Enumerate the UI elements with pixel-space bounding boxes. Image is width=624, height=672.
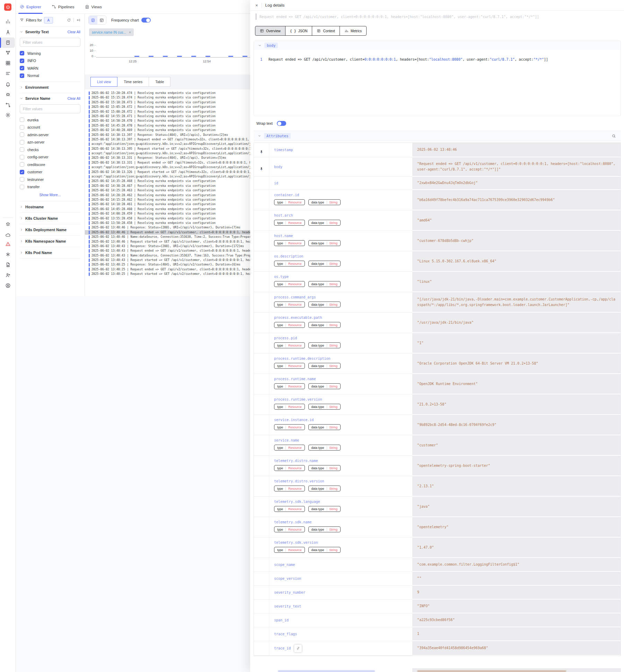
filter-option-Warning[interactable]: Warning — [20, 50, 80, 57]
sidebar-item-bar-chart-icon[interactable] — [0, 16, 16, 27]
collapse-panel-icon[interactable] — [76, 18, 80, 22]
log-row[interactable]: 2025-06-02 14:10:28.461 | Resolving eure… — [85, 202, 250, 207]
checkbox-unchecked[interactable] — [20, 177, 24, 182]
frequency-bar[interactable] — [177, 56, 182, 57]
filter-option-customer[interactable]: customer — [20, 168, 80, 176]
checkbox-checked[interactable] — [20, 73, 24, 78]
attribute-key[interactable]: service.name — [274, 438, 299, 442]
log-row[interactable]: 2025-06-02 13:48:43 | Request started =>… — [85, 258, 250, 262]
checkbox-unchecked[interactable] — [20, 185, 24, 189]
refresh-icon[interactable] — [67, 18, 71, 22]
filter-section-severity-text[interactable]: Severity TextClear All — [20, 27, 80, 37]
pin-column[interactable] — [254, 272, 269, 292]
log-row[interactable]: 2025-06-02 14:45:28.470 | Resolving eure… — [85, 123, 250, 128]
filter-option-config-server[interactable]: config-server — [20, 154, 80, 161]
close-icon[interactable]: × — [255, 3, 258, 8]
log-row[interactable]: 2025-06-02 13:48:25 | Response: Status={… — [85, 262, 250, 267]
view-tab-table[interactable]: Table — [149, 77, 170, 87]
log-row[interactable]: 2025-06-02 14:38:13.331 | Request ended … — [85, 160, 250, 165]
frequency-bar[interactable] — [228, 56, 233, 57]
sidebar-item-logs-icon[interactable] — [0, 37, 16, 48]
frequency-bar[interactable] — [134, 56, 139, 57]
log-row[interactable]: 2025-06-02 14:55:28.471 | Resolving eure… — [85, 114, 250, 119]
table-layout-button[interactable] — [97, 16, 106, 24]
attribute-key[interactable]: span_id — [274, 618, 289, 622]
log-row-selected[interactable]: 2025-06-02 13:48:46 | Request ended => G… — [85, 230, 250, 235]
pin-column[interactable] — [254, 627, 269, 641]
pin-icon[interactable] — [259, 162, 264, 176]
query-filter-chip[interactable]: service.name IN cus... × — [89, 28, 134, 36]
pin-column[interactable] — [254, 143, 269, 157]
log-row[interactable]: 2025-06-02 15:15:28.474 | Resolving eure… — [85, 95, 250, 100]
details-tab-metrics[interactable]: Metrics — [340, 26, 367, 36]
pin-column[interactable] — [254, 415, 269, 435]
filter-option-transfer[interactable]: transfer — [20, 183, 80, 191]
details-tab-overview[interactable]: Overview — [255, 26, 285, 36]
attribute-key[interactable]: scope_name — [274, 563, 295, 567]
pin-column[interactable] — [254, 476, 269, 496]
log-row[interactable]: 2025-06-02 14:30:28.467 | Resolving eure… — [85, 184, 250, 188]
details-search-bar[interactable]: Request ended => GET /api/v1/customer, c… — [250, 11, 624, 23]
checkbox-unchecked[interactable] — [20, 125, 24, 130]
log-row[interactable]: accept:"application/json;g=apidiscovery.… — [85, 165, 250, 169]
attribute-key[interactable]: telemetry.distro.name — [274, 459, 318, 463]
checkbox-unchecked[interactable] — [20, 162, 24, 167]
sidebar-item-invite-user-icon[interactable] — [0, 270, 16, 280]
sidebar-item-dashboards-icon[interactable] — [0, 58, 16, 68]
sidebar-item-settings-icon[interactable] — [0, 110, 16, 120]
pin-column[interactable] — [254, 558, 269, 571]
filter-option-WARN[interactable]: WARN — [20, 64, 80, 72]
filter-option-INFO[interactable]: INFO — [20, 57, 80, 65]
trace-link-button[interactable] — [294, 645, 302, 652]
checkbox-unchecked[interactable] — [20, 132, 24, 137]
attributes-section-header[interactable]: Attributes — [254, 131, 621, 141]
log-row[interactable]: 2025-06-02 15:20:28.474 | Resolving eure… — [85, 91, 250, 95]
details-tab-json[interactable]: { }JSON — [285, 26, 313, 36]
list-layout-button[interactable] — [89, 16, 97, 24]
sidebar-item-service-map-icon[interactable] — [0, 47, 16, 58]
sidebar-item-alerts-icon[interactable] — [0, 79, 16, 89]
checkbox-checked[interactable] — [20, 59, 24, 63]
attribute-key[interactable]: service.instance.id — [274, 418, 314, 422]
log-row[interactable]: 2025-06-02 14:40:28.469 | Resolving eure… — [85, 128, 250, 132]
filter-section-k8s-namespace-name[interactable]: K8s Namespace Name — [20, 236, 80, 247]
attribute-key[interactable]: process.pid — [274, 336, 297, 340]
body-section-header[interactable]: body — [254, 41, 621, 50]
log-row[interactable]: 2025-06-02 14:38:13.397 | Request ended … — [85, 137, 250, 142]
log-row[interactable]: 2025-06-02 13:48:46 | Response: Status={… — [85, 225, 250, 230]
pin-column[interactable] — [254, 456, 269, 476]
attribute-key[interactable]: id — [274, 181, 278, 185]
frequency-bar[interactable] — [149, 56, 153, 57]
log-row[interactable]: 2025-06-02 13:48:43 | Name:dataSource, C… — [85, 253, 250, 258]
frequency-bar[interactable] — [191, 56, 196, 57]
sidebar-item-layers-icon[interactable] — [0, 219, 16, 230]
pin-column[interactable] — [254, 394, 269, 414]
pin-icon[interactable] — [259, 147, 264, 157]
filter-section-k8s-deployment-name[interactable]: K8s Deployment Name — [20, 224, 80, 236]
attribute-key[interactable]: process.executable.path — [274, 316, 322, 320]
filter-option-account[interactable]: account — [20, 124, 80, 131]
log-row[interactable]: 2025-06-02 13:50:28.458 | Resolving eure… — [85, 221, 250, 225]
pin-column[interactable] — [254, 572, 269, 585]
tab-explorer[interactable]: Explorer — [20, 0, 41, 14]
log-row[interactable]: 2025-06-02 14:38:13.326 | Request starte… — [85, 170, 250, 174]
frequency-chart-toggle[interactable] — [141, 18, 151, 23]
log-row[interactable]: 2025-06-02 14:15:28.462 | Resolving eure… — [85, 198, 250, 202]
pin-column[interactable] — [254, 613, 269, 627]
log-row[interactable]: 2025-06-02 13:48:46 | Request started =>… — [85, 239, 250, 244]
attribute-key[interactable]: process.command_args — [274, 295, 316, 299]
log-row[interactable]: 2025-06-02 15:00:28.472 | Resolving eure… — [85, 110, 250, 114]
filter-option-testrunner[interactable]: testrunner — [20, 176, 80, 183]
show-more-link[interactable]: Show More... — [20, 191, 80, 199]
pin-column[interactable] — [254, 210, 269, 230]
pin-column[interactable] — [254, 497, 269, 517]
pin-column[interactable] — [254, 354, 269, 374]
filter-values-input[interactable]: Filter values — [20, 104, 80, 113]
sidebar-item-alert-triangle-icon[interactable] — [0, 239, 16, 249]
wrap-text-toggle[interactable] — [277, 121, 286, 126]
log-row[interactable]: 2025-06-02 15:10:28.473 | Resolving eure… — [85, 100, 250, 105]
filter-option-azn-server[interactable]: azn-server — [20, 139, 80, 146]
clear-all-link[interactable]: Clear All — [68, 97, 80, 101]
attribute-key[interactable]: scope_version — [274, 577, 301, 581]
log-row[interactable]: 2025-06-02 14:20:28.462 | Resolving eure… — [85, 193, 250, 198]
